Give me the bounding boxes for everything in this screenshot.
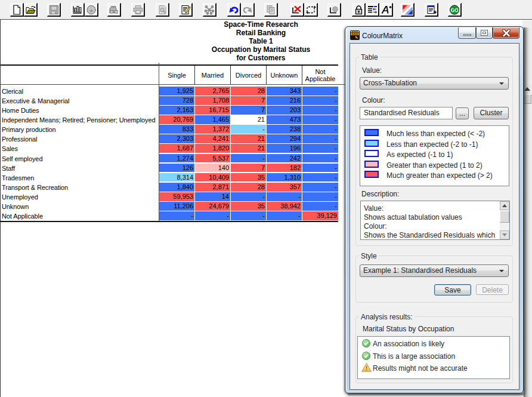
svg-text:GO: GO [450,7,459,13]
